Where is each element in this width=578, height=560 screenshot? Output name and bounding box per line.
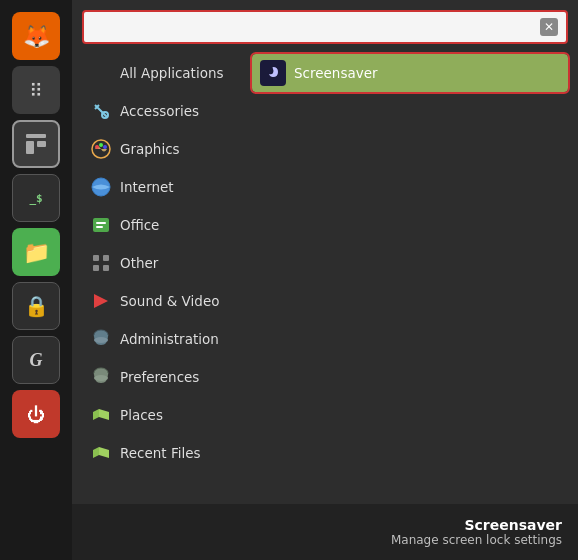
status-bar: Screensaver Manage screen lock settings bbox=[72, 504, 578, 560]
search-bar: Screensaver ✕ bbox=[82, 10, 568, 44]
category-accessories[interactable]: Accessories bbox=[82, 92, 242, 130]
graphics-icon bbox=[90, 138, 112, 160]
svg-point-20 bbox=[94, 375, 108, 381]
categories-list: All Applications Accessories bbox=[82, 54, 242, 504]
grid-icon[interactable]: ⠿ bbox=[12, 66, 60, 114]
status-description: Manage screen lock settings bbox=[391, 533, 562, 547]
category-sound-video[interactable]: Sound & Video bbox=[82, 282, 242, 320]
svg-point-5 bbox=[95, 145, 99, 149]
category-label: All Applications bbox=[120, 65, 224, 81]
sidebar: 🦊 ⠿ _$ 📁 🔒 G ⏻ bbox=[0, 0, 72, 560]
ui-icon[interactable] bbox=[12, 120, 60, 168]
svg-rect-10 bbox=[96, 222, 106, 224]
category-label: Preferences bbox=[120, 369, 199, 385]
files-icon[interactable]: 📁 bbox=[12, 228, 60, 276]
content-area: All Applications Accessories bbox=[82, 54, 568, 504]
accessories-icon bbox=[90, 100, 112, 122]
screensaver-app-icon bbox=[260, 60, 286, 86]
category-preferences[interactable]: Preferences bbox=[82, 358, 242, 396]
svg-rect-15 bbox=[103, 265, 109, 271]
category-administration[interactable]: Administration bbox=[82, 320, 242, 358]
svg-rect-0 bbox=[26, 134, 46, 138]
category-label: Accessories bbox=[120, 103, 199, 119]
svg-rect-1 bbox=[26, 141, 34, 154]
category-label: Graphics bbox=[120, 141, 180, 157]
category-places[interactable]: Places bbox=[82, 396, 242, 434]
svg-rect-12 bbox=[93, 255, 99, 261]
category-label: Office bbox=[120, 217, 159, 233]
category-label: Administration bbox=[120, 331, 219, 347]
category-recent-files[interactable]: Recent Files bbox=[82, 434, 242, 472]
all-applications-icon bbox=[90, 62, 112, 84]
search-clear-button[interactable]: ✕ bbox=[540, 18, 558, 36]
refresh-icon[interactable]: G bbox=[12, 336, 60, 384]
firefox-icon[interactable]: 🦊 bbox=[12, 12, 60, 60]
category-internet[interactable]: Internet bbox=[82, 168, 242, 206]
svg-rect-13 bbox=[103, 255, 109, 261]
administration-icon bbox=[90, 328, 112, 350]
category-office[interactable]: Office bbox=[82, 206, 242, 244]
sound-video-icon bbox=[90, 290, 112, 312]
category-other[interactable]: Other bbox=[82, 244, 242, 282]
category-all-applications[interactable]: All Applications bbox=[82, 54, 242, 92]
status-title: Screensaver bbox=[464, 517, 562, 533]
category-label: Sound & Video bbox=[120, 293, 219, 309]
apps-list: Screensaver bbox=[242, 54, 568, 504]
svg-point-18 bbox=[94, 337, 108, 343]
svg-rect-9 bbox=[93, 218, 109, 232]
internet-icon bbox=[90, 176, 112, 198]
terminal-icon[interactable]: _$ bbox=[12, 174, 60, 222]
category-graphics[interactable]: Graphics bbox=[82, 130, 242, 168]
other-icon bbox=[90, 252, 112, 274]
places-icon bbox=[90, 404, 112, 426]
screensaver-app-label: Screensaver bbox=[294, 65, 378, 81]
preferences-icon bbox=[90, 366, 112, 388]
category-label: Recent Files bbox=[120, 445, 201, 461]
svg-point-7 bbox=[103, 145, 107, 149]
main-content: Screensaver ✕ All Applications Accessori… bbox=[72, 0, 578, 560]
svg-rect-11 bbox=[96, 226, 103, 228]
screensaver-app-item[interactable]: Screensaver bbox=[252, 54, 568, 92]
search-input[interactable]: Screensaver bbox=[92, 19, 540, 35]
svg-rect-14 bbox=[93, 265, 99, 271]
power-icon[interactable]: ⏻ bbox=[12, 390, 60, 438]
svg-rect-2 bbox=[37, 141, 46, 147]
lock-icon[interactable]: 🔒 bbox=[12, 282, 60, 330]
category-label: Internet bbox=[120, 179, 174, 195]
search-bar-container: Screensaver ✕ bbox=[82, 10, 568, 44]
category-label: Places bbox=[120, 407, 163, 423]
svg-point-6 bbox=[99, 143, 103, 147]
svg-marker-16 bbox=[94, 294, 108, 308]
office-icon bbox=[90, 214, 112, 236]
recent-files-icon bbox=[90, 442, 112, 464]
category-label: Other bbox=[120, 255, 158, 271]
